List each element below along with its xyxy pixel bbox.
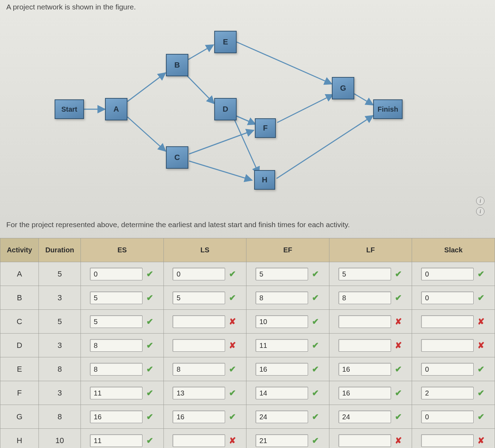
check-icon: ✔ bbox=[394, 365, 403, 374]
ef-cell: 10✔ bbox=[246, 310, 329, 334]
check-icon: ✔ bbox=[476, 388, 486, 398]
th-slack: Slack bbox=[412, 238, 495, 262]
ls-input[interactable] bbox=[173, 434, 225, 447]
ef-input[interactable]: 10 bbox=[256, 315, 308, 328]
slack-cell: 0✔ bbox=[412, 286, 495, 310]
slack-input[interactable] bbox=[421, 434, 474, 447]
ls-cell: ✘ bbox=[163, 334, 246, 357]
cross-icon: ✘ bbox=[228, 317, 237, 326]
ef-input[interactable]: 24 bbox=[256, 411, 308, 423]
table-row: A50✔0✔5✔5✔0✔ bbox=[0, 262, 495, 286]
cpm-table: Activity Duration ES LS EF LF Slack A50✔… bbox=[0, 238, 495, 448]
table-row: H1011✔✘21✔✘✘ bbox=[0, 429, 495, 448]
es-cell: 5✔ bbox=[81, 286, 164, 310]
ls-input[interactable]: 8 bbox=[173, 363, 225, 376]
es-cell: 8✔ bbox=[81, 357, 164, 381]
es-cell: 0✔ bbox=[81, 262, 164, 286]
slack-cell: ✘ bbox=[412, 310, 495, 334]
check-icon: ✔ bbox=[311, 388, 320, 398]
lf-cell: 5✔ bbox=[329, 262, 412, 286]
es-input[interactable]: 0 bbox=[90, 268, 142, 280]
ls-input[interactable]: 16 bbox=[173, 411, 225, 423]
info-icon[interactable]: i bbox=[476, 197, 484, 205]
es-input[interactable]: 5 bbox=[90, 315, 142, 328]
slack-input[interactable]: 0 bbox=[421, 363, 474, 376]
es-input[interactable]: 8 bbox=[90, 339, 142, 352]
check-icon: ✔ bbox=[311, 293, 320, 302]
check-icon: ✔ bbox=[311, 365, 320, 374]
ls-input[interactable] bbox=[173, 339, 225, 352]
check-icon: ✔ bbox=[476, 270, 486, 279]
check-icon: ✔ bbox=[311, 270, 320, 279]
node-e: E bbox=[214, 31, 237, 53]
lf-input[interactable] bbox=[339, 434, 391, 447]
svg-line-10 bbox=[277, 94, 333, 122]
check-icon: ✔ bbox=[145, 293, 154, 302]
lf-input[interactable] bbox=[339, 315, 391, 328]
activity-cell: B bbox=[0, 286, 39, 310]
svg-line-2 bbox=[127, 117, 166, 151]
ef-input[interactable]: 14 bbox=[256, 387, 308, 399]
lf-input[interactable]: 16 bbox=[339, 387, 391, 399]
es-input[interactable]: 11 bbox=[90, 434, 142, 447]
info-icon[interactable]: i bbox=[476, 207, 484, 216]
th-ef: EF bbox=[246, 238, 329, 262]
ef-cell: 14✔ bbox=[246, 381, 329, 405]
check-icon: ✔ bbox=[394, 388, 403, 398]
lf-input[interactable] bbox=[339, 339, 391, 352]
table-header-row: Activity Duration ES LS EF LF Slack bbox=[0, 238, 495, 262]
node-g: G bbox=[332, 77, 354, 99]
ls-cell: 13✔ bbox=[163, 381, 246, 405]
check-icon: ✔ bbox=[228, 388, 237, 398]
ls-cell: 0✔ bbox=[163, 262, 246, 286]
es-input[interactable]: 11 bbox=[90, 387, 142, 399]
ef-input[interactable]: 8 bbox=[256, 292, 308, 304]
slack-input[interactable]: 0 bbox=[421, 292, 474, 304]
cross-icon: ✘ bbox=[476, 317, 486, 326]
slack-input[interactable] bbox=[421, 315, 474, 328]
ef-input[interactable]: 5 bbox=[256, 268, 308, 280]
es-input[interactable]: 5 bbox=[90, 292, 142, 304]
slack-input[interactable]: 0 bbox=[421, 411, 474, 423]
check-icon: ✔ bbox=[228, 270, 237, 279]
th-ls: LS bbox=[163, 238, 246, 262]
check-icon: ✔ bbox=[145, 412, 154, 421]
check-icon: ✔ bbox=[145, 365, 154, 374]
network-diagram: Start A B C D E F G H Finish bbox=[0, 18, 495, 217]
lf-input[interactable]: 5 bbox=[339, 268, 391, 280]
node-finish: Finish bbox=[373, 99, 403, 119]
ls-input[interactable]: 0 bbox=[173, 268, 225, 280]
check-icon: ✔ bbox=[228, 365, 237, 374]
check-icon: ✔ bbox=[394, 412, 403, 421]
ls-input[interactable] bbox=[173, 315, 225, 328]
node-b: B bbox=[166, 54, 188, 76]
svg-line-4 bbox=[186, 74, 214, 104]
slack-input[interactable]: 2 bbox=[421, 387, 474, 399]
ef-input[interactable]: 16 bbox=[256, 363, 308, 376]
duration-cell: 3 bbox=[39, 286, 81, 310]
lf-cell: 8✔ bbox=[329, 286, 412, 310]
ef-cell: 11✔ bbox=[246, 334, 329, 357]
th-lf: LF bbox=[329, 238, 412, 262]
check-icon: ✔ bbox=[145, 341, 154, 350]
ls-input[interactable]: 5 bbox=[173, 292, 225, 304]
check-icon: ✔ bbox=[311, 341, 320, 350]
es-input[interactable]: 16 bbox=[90, 411, 142, 423]
duration-cell: 3 bbox=[39, 381, 81, 405]
slack-input[interactable]: 0 bbox=[421, 268, 474, 280]
ef-input[interactable]: 21 bbox=[256, 434, 308, 447]
lf-input[interactable]: 8 bbox=[339, 292, 391, 304]
es-input[interactable]: 8 bbox=[90, 363, 142, 376]
lf-input[interactable]: 24 bbox=[339, 411, 391, 423]
check-icon: ✔ bbox=[145, 270, 154, 279]
slack-input[interactable] bbox=[421, 339, 474, 352]
ls-input[interactable]: 13 bbox=[173, 387, 225, 399]
lf-cell: ✘ bbox=[329, 334, 412, 357]
lf-input[interactable]: 16 bbox=[339, 363, 391, 376]
duration-cell: 5 bbox=[39, 310, 81, 334]
slack-cell: 0✔ bbox=[412, 262, 495, 286]
ls-cell: 16✔ bbox=[163, 405, 246, 429]
ef-input[interactable]: 11 bbox=[256, 339, 308, 352]
duration-cell: 5 bbox=[39, 262, 81, 286]
duration-cell: 10 bbox=[39, 429, 81, 448]
